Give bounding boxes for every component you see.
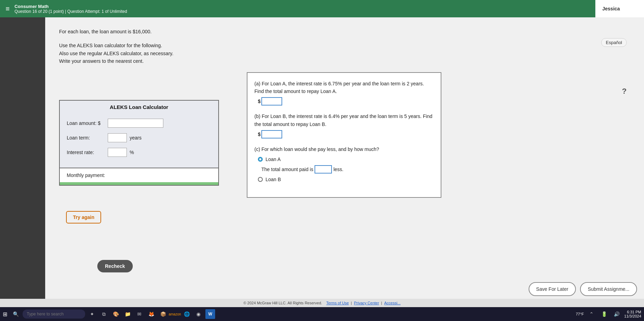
time-date-display: 6:31 PM 11/3/2024 (624, 310, 641, 318)
interest-rate-input[interactable] (108, 148, 127, 157)
start-button[interactable]: ⊞ (3, 311, 7, 318)
terms-link[interactable]: Terms of Use (326, 301, 349, 305)
time-display: 6:31 PM (624, 310, 641, 314)
interest-rate-row: Interest rate: % (67, 148, 211, 157)
loan-a-label: Loan A (266, 155, 281, 163)
taskbar-mail-icon[interactable]: ✉ (134, 309, 144, 319)
loan-a-radio[interactable] (258, 157, 263, 162)
taskbar-volume-icon[interactable]: 🔊 (612, 309, 621, 319)
taskbar-edge-icon[interactable]: 🌐 (182, 309, 191, 319)
try-again-button[interactable]: Try again (66, 211, 101, 223)
dollar-sign-a: $ (258, 98, 261, 105)
content-layout: Try again ALEKS Loan Calculator Loan amo… (59, 72, 630, 198)
loan-calculator: ALEKS Loan Calculator Loan amount: $ Loa… (59, 100, 219, 168)
taskbar-amazon-icon[interactable]: amazon (170, 309, 180, 319)
loan-term-input[interactable] (108, 133, 127, 142)
loan-b-radio[interactable] (258, 177, 263, 182)
hamburger-icon[interactable]: ≡ (6, 5, 10, 13)
taskbar-system-icons[interactable]: ⌃ (587, 309, 596, 319)
total-paid-suffix: less. (333, 166, 343, 173)
years-suffix: years (130, 135, 141, 141)
percent-suffix: % (130, 150, 134, 155)
total-paid-row: The total amount paid is less. (261, 165, 434, 174)
header-bar: ≡ Consumer Math Question 16 of 20 (1 poi… (0, 0, 644, 17)
user-name: Jessica (595, 0, 644, 17)
questions-panel: (a) For Loan A, the interest rate is 6.7… (247, 72, 441, 198)
left-sidebar (0, 17, 45, 300)
instructions: For each loan, the loan amount is $16,00… (59, 28, 630, 65)
loan-b-radio-row[interactable]: Loan B (258, 176, 434, 183)
espanol-button[interactable]: Español (601, 38, 627, 47)
instruction-line3: Also use the regular ALEKS calculator, a… (59, 50, 630, 57)
question-c-text: (c) For which loan would she pay less, a… (254, 145, 434, 153)
taskbar-search-input[interactable] (23, 310, 85, 319)
instruction-line2: Use the ALEKS loan calculator for the fo… (59, 42, 630, 49)
calculator-title: ALEKS Loan Calculator (60, 101, 218, 113)
recheck-button[interactable]: Recheck (97, 260, 133, 272)
footer-bar: © 2024 McGraw Hill LLC. All Rights Reser… (0, 299, 644, 307)
loan-amount-label: Loan amount: $ (67, 120, 105, 126)
payment-bar (60, 182, 218, 185)
question-a-block: (a) For Loan A, the interest rate is 6.7… (254, 80, 434, 106)
monthly-payment-label: Monthly payment: (67, 172, 105, 178)
search-taskbar-icon[interactable]: 🔍 (11, 309, 21, 319)
taskbar-chrome-icon[interactable]: ◉ (194, 309, 203, 319)
help-icon[interactable]: ? (622, 87, 627, 96)
taskbar-right: 77°F ⌃ 🔋 🔊 6:31 PM 11/3/2024 (576, 309, 641, 319)
taskbar-folder-icon[interactable]: 📁 (123, 309, 132, 319)
loan-amount-input[interactable] (108, 119, 163, 128)
answer-a-row: $ (258, 97, 434, 105)
calculator-body: Loan amount: $ Loan term: years Interest… (60, 113, 218, 168)
total-paid-input[interactable] (315, 165, 332, 174)
instruction-line4: Write your answers to the nearest cent. (59, 57, 630, 65)
copyright-text: © 2024 McGraw Hill LLC. All Rights Reser… (243, 301, 322, 305)
loan-term-label: Loan term: (67, 135, 105, 141)
answer-b-input[interactable] (261, 130, 282, 138)
dollar-sign-b: $ (258, 130, 261, 138)
taskbar-sparkle-icon[interactable]: ✦ (87, 309, 97, 319)
taskbar-color-icon[interactable]: 🎨 (111, 309, 121, 319)
total-paid-prefix: The total amount paid is (261, 166, 313, 173)
bottom-actions: Save For Later Submit Assignme... (529, 282, 637, 296)
taskbar-firefox-icon[interactable]: 🦊 (146, 309, 156, 319)
temperature-display: 77°F (576, 312, 584, 316)
privacy-link[interactable]: Privacy Center (354, 301, 379, 305)
taskbar-word-icon[interactable]: W (205, 309, 215, 319)
footer-sep2: | (351, 301, 352, 305)
monthly-payment-section: Monthly payment: (59, 168, 219, 186)
taskbar: ⊞ 🔍 ✦ ⧉ 🎨 📁 ✉ 🦊 📦 amazon 🌐 ◉ W 77°F ⌃ 🔋 … (0, 307, 644, 321)
question-b-block: (b) For Loan B, the interest rate is 6.4… (254, 112, 434, 138)
instruction-line1: For each loan, the loan amount is $16,00… (59, 28, 630, 35)
taskbar-windows-icon[interactable]: ⧉ (99, 309, 109, 319)
calculator-section: Try again ALEKS Loan Calculator Loan amo… (59, 100, 233, 198)
answer-a-input[interactable] (261, 97, 282, 105)
question-c-block: (c) For which loan would she pay less, a… (254, 145, 434, 183)
answer-b-row: $ (258, 130, 434, 138)
taskbar-dropbox-icon[interactable]: 📦 (158, 309, 168, 319)
accessibility-link[interactable]: Accessi... (384, 301, 400, 305)
submit-button[interactable]: Submit Assignme... (580, 282, 637, 296)
save-later-button[interactable]: Save For Later (529, 282, 576, 296)
question-info: Question 16 of 20 (1 point) | Question A… (15, 9, 127, 14)
loan-b-label: Loan B (266, 176, 281, 183)
footer-sep3: | (381, 301, 382, 305)
loan-a-radio-row[interactable]: Loan A (258, 155, 434, 163)
question-b-text: (b) For Loan B, the interest rate is 6.4… (254, 112, 434, 128)
date-display: 11/3/2024 (624, 314, 641, 318)
course-title: Consumer Math (15, 4, 127, 9)
header-titles: Consumer Math Question 16 of 20 (1 point… (15, 4, 127, 14)
loan-term-row: Loan term: years (67, 133, 211, 142)
main-content: Español ? For each loan, the loan amount… (45, 17, 644, 300)
question-a-text: (a) For Loan A, the interest rate is 6.7… (254, 80, 434, 95)
monthly-payment-row: Monthly payment: (60, 168, 218, 182)
taskbar-battery-icon[interactable]: 🔋 (599, 309, 609, 319)
interest-rate-label: Interest rate: (67, 150, 105, 155)
loan-amount-row: Loan amount: $ (67, 119, 211, 128)
